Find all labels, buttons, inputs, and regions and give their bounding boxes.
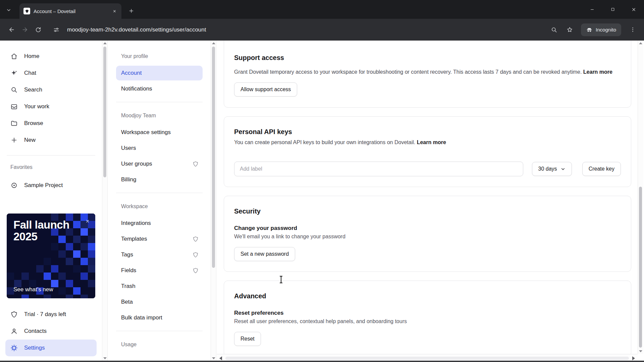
- sidebar-item-chat[interactable]: Chat: [0, 65, 102, 81]
- sidebar-item-label: Trial · 7 days left: [24, 311, 66, 318]
- scroll-down-arrow[interactable]: [212, 357, 215, 359]
- window-controls: [582, 0, 644, 19]
- settings-nav-fields[interactable]: Fields: [116, 263, 203, 278]
- new-tab-button[interactable]: [126, 6, 136, 16]
- settings-nav-billing[interactable]: Billing: [116, 172, 203, 187]
- browser-tab[interactable]: Account – Dovetail: [19, 3, 121, 19]
- expiry-value: 30 days: [538, 166, 557, 172]
- sidebar-item-your-work[interactable]: Your work: [0, 98, 102, 115]
- sidebar-item-label: Search: [24, 86, 42, 93]
- card-title: Security: [234, 207, 621, 215]
- scrollbar-thumb[interactable]: [103, 47, 106, 177]
- tab-close-icon[interactable]: [111, 7, 118, 15]
- scroll-up-arrow[interactable]: [212, 42, 215, 44]
- sidebar-item-settings[interactable]: Settings: [5, 340, 97, 356]
- settings-section-header: Your profile: [108, 48, 211, 65]
- settings-nav-trash[interactable]: Trash: [116, 279, 203, 294]
- dovetail-favicon: [23, 8, 30, 14]
- sidebar-item-label: Chat: [24, 70, 36, 76]
- upgrade-badge-icon: [193, 267, 199, 274]
- upgrade-badge-icon: [193, 252, 199, 258]
- settings-nav-account[interactable]: Account: [116, 66, 203, 80]
- allow-support-access-button[interactable]: Allow support access: [234, 82, 297, 97]
- learn-more-link[interactable]: Learn more: [417, 139, 446, 145]
- settings-content: Support access Grant Dovetail temporary …: [217, 41, 644, 362]
- settings-nav-workspace-settings[interactable]: Workspace settings: [116, 125, 203, 140]
- forward-button[interactable]: [18, 23, 32, 37]
- sidebar-item-contacts[interactable]: Contacts: [0, 323, 102, 340]
- gear-icon: [10, 344, 18, 352]
- scrollbar-thumb[interactable]: [225, 357, 629, 360]
- sidebar-item-label: Your work: [24, 103, 49, 110]
- promo-close-icon[interactable]: [84, 218, 91, 225]
- settings-section-header: Usage: [108, 336, 211, 353]
- settings-nav-bulk-data-import[interactable]: Bulk data import: [116, 310, 203, 325]
- back-button[interactable]: [5, 23, 18, 37]
- zoom-icon[interactable]: [547, 23, 561, 37]
- scrollbar-thumb[interactable]: [212, 47, 215, 268]
- browser-menu-icon[interactable]: [626, 23, 639, 37]
- scroll-down-arrow[interactable]: [639, 350, 642, 352]
- dovetail-page: Home Chat Search Your work Browse New: [0, 41, 644, 362]
- card-description: You can create personal API keys to buil…: [234, 139, 621, 146]
- card-description: Grant Dovetail temporary access to your …: [234, 69, 621, 75]
- close-window-button[interactable]: [623, 0, 644, 19]
- site-info-icon[interactable]: [50, 23, 63, 37]
- scrollbar-thumb[interactable]: [639, 187, 642, 348]
- nav-item-label: Billing: [121, 176, 136, 183]
- url-bar[interactable]: moodjoy-team-2h2v.dovetail.com/settings/…: [67, 26, 547, 33]
- upgrade-badge-icon: [193, 236, 199, 242]
- sidebar-item-label: Settings: [24, 345, 45, 351]
- api-key-label-input[interactable]: [234, 162, 523, 176]
- scroll-up-arrow[interactable]: [639, 42, 642, 44]
- sidebar-item-label: Home: [24, 53, 39, 60]
- settings-nav-user-groups[interactable]: User groups: [116, 157, 203, 171]
- incognito-label: Incognito: [596, 27, 616, 33]
- expiry-select[interactable]: 30 days: [532, 162, 572, 176]
- sidebar-scrollbar[interactable]: [102, 41, 108, 362]
- nav-item-label: Account: [121, 70, 142, 76]
- incognito-badge[interactable]: Incognito: [581, 23, 621, 36]
- sidebar-item-new[interactable]: New: [0, 132, 102, 148]
- nav-item-label: Templates: [121, 236, 147, 242]
- create-key-button[interactable]: Create key: [582, 162, 621, 176]
- set-new-password-button[interactable]: Set a new password: [234, 247, 295, 261]
- description-text: You can create personal API keys to buil…: [234, 139, 415, 145]
- tab-search-button[interactable]: [4, 5, 13, 15]
- reload-button[interactable]: [32, 23, 45, 37]
- content-scrollbar[interactable]: [638, 41, 643, 354]
- toolbar-right: Incognito: [547, 23, 639, 37]
- sidebar-item-search[interactable]: Search: [0, 81, 102, 98]
- sidebar-item-home[interactable]: Home: [0, 48, 102, 65]
- sidebar-item-trial[interactable]: Trial · 7 days left: [0, 306, 102, 323]
- maximize-button[interactable]: [602, 0, 623, 19]
- nav-item-label: User groups: [121, 161, 152, 167]
- screen: Account – Dovetail: [0, 0, 644, 362]
- advanced-description: Reset all user preferences, contextual h…: [234, 318, 621, 324]
- scroll-right-arrow[interactable]: [632, 356, 635, 360]
- security-subheading: Change your password: [234, 225, 621, 232]
- settings-nav-scrollbar[interactable]: [211, 41, 216, 362]
- promo-card[interactable]: Fall launch 2025 See what's new: [7, 214, 95, 298]
- settings-nav-integrations[interactable]: Integrations: [116, 216, 203, 231]
- nav-item-label: Tags: [121, 251, 133, 258]
- scroll-down-arrow[interactable]: [103, 357, 107, 359]
- promo-link[interactable]: See what's new: [13, 286, 53, 293]
- bookmark-star-icon[interactable]: [563, 23, 576, 37]
- settings-nav-beta[interactable]: Beta: [116, 295, 203, 309]
- settings-nav-notifications[interactable]: Notifications: [116, 81, 203, 96]
- scroll-left-arrow[interactable]: [219, 356, 222, 360]
- minimize-button[interactable]: [582, 0, 602, 19]
- learn-more-link[interactable]: Learn more: [583, 69, 612, 75]
- settings-nav-users[interactable]: Users: [116, 141, 203, 156]
- sidebar-footer: Trial · 7 days left Contacts Settings: [0, 306, 102, 356]
- settings-nav: Your profile Account Notifications Moodj…: [108, 41, 211, 362]
- upgrade-badge-icon: [193, 161, 199, 167]
- favorite-item-sample-project[interactable]: Sample Project: [0, 177, 102, 194]
- settings-nav-tags[interactable]: Tags: [116, 247, 203, 262]
- reset-button[interactable]: Reset: [234, 332, 261, 346]
- favorite-item-label: Sample Project: [24, 182, 63, 189]
- scroll-up-arrow[interactable]: [103, 42, 107, 44]
- settings-nav-templates[interactable]: Templates: [116, 232, 203, 246]
- sidebar-item-browse[interactable]: Browse: [0, 115, 102, 132]
